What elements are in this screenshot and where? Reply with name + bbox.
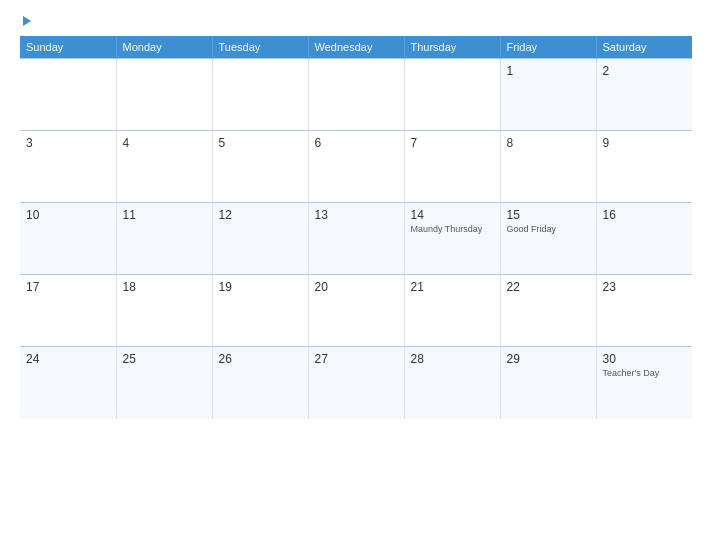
day-number: 8 — [507, 136, 590, 150]
calendar-cell: 21 — [404, 275, 500, 347]
calendar-week-row: 17181920212223 — [20, 275, 692, 347]
day-number: 1 — [507, 64, 590, 78]
calendar-cell: 16 — [596, 203, 692, 275]
day-number: 21 — [411, 280, 494, 294]
holiday-label: Teacher's Day — [603, 368, 687, 380]
calendar-cell: 5 — [212, 131, 308, 203]
day-of-week-tuesday: Tuesday — [212, 36, 308, 59]
day-number: 29 — [507, 352, 590, 366]
day-number: 15 — [507, 208, 590, 222]
page-header — [20, 15, 692, 26]
day-number: 2 — [603, 64, 687, 78]
day-number: 13 — [315, 208, 398, 222]
calendar-cell: 15Good Friday — [500, 203, 596, 275]
day-number: 12 — [219, 208, 302, 222]
day-number: 24 — [26, 352, 110, 366]
calendar-cell: 8 — [500, 131, 596, 203]
calendar-cell: 22 — [500, 275, 596, 347]
day-number: 19 — [219, 280, 302, 294]
calendar-cell — [404, 59, 500, 131]
calendar-cell: 20 — [308, 275, 404, 347]
calendar-table: SundayMondayTuesdayWednesdayThursdayFrid… — [20, 36, 692, 419]
calendar-header-row: SundayMondayTuesdayWednesdayThursdayFrid… — [20, 36, 692, 59]
calendar-cell: 25 — [116, 347, 212, 419]
calendar-cell: 7 — [404, 131, 500, 203]
holiday-label: Good Friday — [507, 224, 590, 236]
calendar-cell: 23 — [596, 275, 692, 347]
calendar-cell: 11 — [116, 203, 212, 275]
day-number: 30 — [603, 352, 687, 366]
calendar-cell — [20, 59, 116, 131]
day-of-week-saturday: Saturday — [596, 36, 692, 59]
day-number: 18 — [123, 280, 206, 294]
calendar-cell: 24 — [20, 347, 116, 419]
calendar-page: SundayMondayTuesdayWednesdayThursdayFrid… — [0, 0, 712, 550]
calendar-cell: 6 — [308, 131, 404, 203]
calendar-week-row: 1011121314Maundy Thursday15Good Friday16 — [20, 203, 692, 275]
calendar-cell: 1 — [500, 59, 596, 131]
day-of-week-friday: Friday — [500, 36, 596, 59]
calendar-cell: 29 — [500, 347, 596, 419]
calendar-cell: 2 — [596, 59, 692, 131]
day-number: 25 — [123, 352, 206, 366]
calendar-week-row: 3456789 — [20, 131, 692, 203]
calendar-cell: 26 — [212, 347, 308, 419]
day-number: 28 — [411, 352, 494, 366]
day-number: 26 — [219, 352, 302, 366]
calendar-cell: 30Teacher's Day — [596, 347, 692, 419]
day-number: 23 — [603, 280, 687, 294]
day-number: 10 — [26, 208, 110, 222]
logo-triangle-icon — [23, 16, 31, 26]
calendar-week-row: 12 — [20, 59, 692, 131]
day-number: 16 — [603, 208, 687, 222]
logo-blue-text — [20, 15, 31, 26]
calendar-cell — [212, 59, 308, 131]
day-number: 7 — [411, 136, 494, 150]
calendar-cell: 28 — [404, 347, 500, 419]
day-number: 17 — [26, 280, 110, 294]
calendar-cell: 3 — [20, 131, 116, 203]
day-number: 14 — [411, 208, 494, 222]
calendar-cell: 19 — [212, 275, 308, 347]
calendar-cell — [116, 59, 212, 131]
day-of-week-thursday: Thursday — [404, 36, 500, 59]
calendar-cell: 18 — [116, 275, 212, 347]
day-of-week-sunday: Sunday — [20, 36, 116, 59]
day-number: 20 — [315, 280, 398, 294]
logo — [20, 15, 31, 26]
holiday-label: Maundy Thursday — [411, 224, 494, 236]
day-number: 5 — [219, 136, 302, 150]
day-number: 6 — [315, 136, 398, 150]
day-number: 22 — [507, 280, 590, 294]
calendar-cell: 10 — [20, 203, 116, 275]
day-of-week-wednesday: Wednesday — [308, 36, 404, 59]
day-number: 3 — [26, 136, 110, 150]
calendar-cell: 13 — [308, 203, 404, 275]
day-number: 9 — [603, 136, 687, 150]
calendar-cell: 12 — [212, 203, 308, 275]
day-number: 27 — [315, 352, 398, 366]
calendar-cell: 14Maundy Thursday — [404, 203, 500, 275]
calendar-cell: 9 — [596, 131, 692, 203]
calendar-cell: 27 — [308, 347, 404, 419]
calendar-cell — [308, 59, 404, 131]
day-number: 4 — [123, 136, 206, 150]
day-of-week-monday: Monday — [116, 36, 212, 59]
calendar-cell: 17 — [20, 275, 116, 347]
calendar-cell: 4 — [116, 131, 212, 203]
day-number: 11 — [123, 208, 206, 222]
calendar-week-row: 24252627282930Teacher's Day — [20, 347, 692, 419]
